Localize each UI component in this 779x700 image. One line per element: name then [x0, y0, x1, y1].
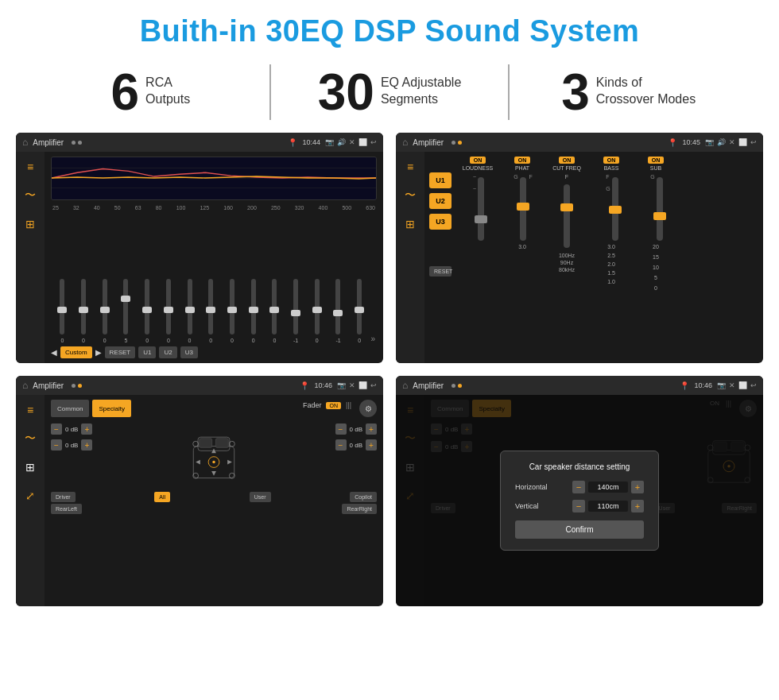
screen2-sidebar: ≡ 〜 ⊞ [396, 152, 424, 363]
wave-icon-3[interactable]: 〜 [20, 430, 41, 447]
u2-crossover-btn[interactable]: U2 [429, 193, 452, 209]
u2-btn[interactable]: U2 [159, 346, 176, 358]
screen3-bottom-btns: Driver All User Copilot [51, 492, 377, 502]
driver-btn-3[interactable]: Driver [51, 492, 76, 502]
eq-slider-14[interactable]: 0 [350, 279, 370, 343]
screen4-status-icons: 📷 ✕ ⬜ ↩ [717, 381, 757, 389]
screen3-title: Amplifier [33, 381, 64, 390]
confirm-button[interactable]: Confirm [515, 520, 644, 539]
u3-crossover-btn[interactable]: U3 [429, 214, 452, 230]
screen1-header: ⌂ Amplifier 📍 10:44 📷 🔊 ✕ ⬜ ↩ [16, 133, 383, 152]
loudness-label: LOUDNESS [463, 165, 494, 171]
stats-row: 6 RCAOutputs 30 EQ AdjustableSegments 3 … [0, 56, 779, 133]
screen3-tabs: Common Specialty Fader ON ||| ⚙ [51, 400, 377, 417]
fr-plus-btn[interactable]: + [366, 423, 377, 435]
distance-dialog: Car speaker distance setting Horizontal … [500, 451, 659, 551]
eq-slider-8[interactable]: 0 [223, 279, 242, 343]
camera-icon-2: 📷 [705, 138, 714, 146]
svg-rect-6 [200, 439, 212, 447]
svg-point-9 [212, 461, 215, 463]
eq-slider-13[interactable]: -1 [328, 279, 348, 343]
screen2-content: ≡ 〜 ⊞ U1 U2 U3 RESET ON LOUDNESS [396, 152, 763, 363]
eq-slider-4[interactable]: 0 [138, 279, 157, 343]
dot4 [458, 141, 462, 145]
reset-btn[interactable]: RESET [105, 346, 136, 358]
db-row-rl: − 0 dB + [51, 439, 92, 451]
freq-160: 160 [223, 205, 233, 211]
eq-slider-3[interactable]: 5 [116, 279, 136, 343]
eq-icon-3[interactable]: ≡ [20, 401, 41, 419]
fl-minus-btn[interactable]: − [51, 423, 62, 435]
eq-slider-7[interactable]: 0 [201, 279, 221, 343]
eq-slider-0[interactable]: 0 [52, 279, 72, 343]
screen2-header: ⌂ Amplifier 📍 10:45 📷 🔊 ✕ ⬜ ↩ [396, 133, 763, 152]
freq-32: 32 [73, 205, 79, 211]
bass-label: BASS [604, 165, 619, 171]
screen1-time: 10:44 [302, 138, 320, 146]
fr-minus-btn[interactable]: − [335, 423, 347, 435]
eq-icon-2[interactable]: ≡ [400, 158, 421, 176]
speaker-layout: − 0 dB + − 0 dB + [51, 423, 377, 487]
u1-btn[interactable]: U1 [138, 346, 156, 358]
rearright-btn-3[interactable]: RearRight [342, 504, 377, 514]
screen2-location-icon: 📍 [668, 138, 677, 147]
home-icon-3[interactable]: ⌂ [22, 380, 28, 391]
eq-slider-9[interactable]: 0 [243, 279, 263, 343]
common-tab-3[interactable]: Common [51, 400, 89, 417]
u3-btn[interactable]: U3 [180, 346, 198, 358]
vertical-plus-btn[interactable]: + [631, 500, 644, 512]
svg-marker-13 [227, 460, 232, 465]
dot1 [72, 141, 76, 145]
home-icon[interactable]: ⌂ [22, 137, 28, 148]
vertical-label: Vertical [515, 502, 539, 510]
speaker-icon-2[interactable]: ⊞ [400, 215, 421, 233]
all-btn-3[interactable]: All [154, 492, 170, 502]
car-svg [182, 423, 246, 487]
vertical-minus-btn[interactable]: − [572, 500, 585, 512]
stat-rca-number: 6 [111, 67, 140, 118]
next-btn[interactable]: ▶ [95, 348, 102, 357]
eq-slider-10[interactable]: 0 [265, 279, 285, 343]
home-icon-2[interactable]: ⌂ [402, 137, 408, 148]
horizontal-minus-btn[interactable]: − [572, 481, 585, 493]
horizontal-value: 140cm [588, 481, 628, 493]
screen3-dots [72, 384, 82, 388]
rearleft-btn-3[interactable]: RearLeft [51, 504, 82, 514]
svg-marker-12 [196, 460, 200, 465]
eq-slider-12[interactable]: 0 [307, 279, 327, 343]
u1-crossover-btn[interactable]: U1 [429, 172, 452, 188]
home-icon-4[interactable]: ⌂ [402, 380, 408, 391]
specialty-tab-3[interactable]: Specialty [92, 400, 130, 417]
settings-btn[interactable]: ⚙ [359, 400, 377, 417]
sub-on: ON [648, 157, 665, 164]
reset-crossover-btn[interactable]: RESET [429, 266, 452, 277]
bass-on: ON [603, 157, 620, 164]
speaker-icon-3[interactable]: ⊞ [20, 458, 41, 476]
wave-icon-2[interactable]: 〜 [400, 187, 421, 204]
eq-slider-6[interactable]: 0 [180, 279, 200, 343]
bass-ctrl: ON BASS FG 3.02.52.01.51.0 [591, 157, 631, 358]
custom-btn[interactable]: Custom [60, 346, 92, 358]
wave-icon[interactable]: 〜 [20, 187, 41, 204]
eq-slider-1[interactable]: 0 [74, 279, 94, 343]
user-btn-3[interactable]: User [250, 492, 271, 502]
prev-btn[interactable]: ◀ [51, 348, 57, 357]
more-icon[interactable]: » [371, 335, 376, 343]
phat-label: PHAT [515, 165, 529, 171]
expand-icon-3[interactable]: ⤢ [20, 487, 41, 505]
eq-icon[interactable]: ≡ [20, 158, 41, 176]
speaker-icon[interactable]: ⊞ [20, 215, 41, 233]
horizontal-plus-btn[interactable]: + [631, 481, 644, 493]
eq-slider-5[interactable]: 0 [159, 279, 179, 343]
eq-slider-11[interactable]: -1 [286, 279, 306, 343]
copilot-btn-3[interactable]: Copilot [350, 492, 377, 502]
screens-grid: ⌂ Amplifier 📍 10:44 📷 🔊 ✕ ⬜ ↩ ≡ 〜 ⊞ [0, 133, 779, 606]
stat-divider-2 [508, 64, 510, 120]
fl-plus-btn[interactable]: + [81, 423, 92, 435]
eq-slider-2[interactable]: 0 [95, 279, 114, 343]
rl-plus-btn[interactable]: + [81, 439, 92, 451]
rl-minus-btn[interactable]: − [51, 439, 62, 451]
rr-minus-btn[interactable]: − [335, 439, 347, 451]
rr-plus-btn[interactable]: + [366, 439, 377, 451]
freq-25: 25 [52, 205, 59, 211]
